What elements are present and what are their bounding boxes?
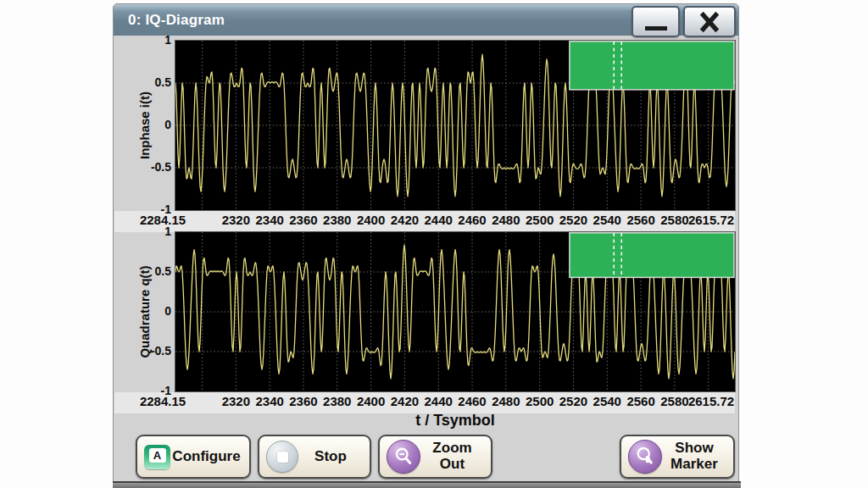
show-marker-icon [628,440,662,474]
x-tick-label: 2440 [425,394,453,408]
close-icon [697,9,722,35]
marker-region[interactable] [570,42,734,90]
letter-a-icon: A [144,445,170,469]
zoom-out-button-label: Zoom Out [420,441,484,472]
titlebar[interactable]: 0: IQ-Diagram [114,4,738,36]
window-title: 0: IQ-Diagram [128,4,225,36]
stop-button[interactable]: Stop [258,435,371,479]
screen: 0: IQ-Diagram Inphase i(t) Quadrature q(… [0,0,868,488]
show-marker-button-label: Show Marker [662,441,726,472]
x-tick-label: 2500 [526,213,554,227]
minimize-icon [645,26,667,30]
zoom-out-button[interactable]: Zoom Out [378,435,492,479]
x-tick-label: 2615.72 [688,213,734,227]
x-tick-label: 2320 [222,213,250,227]
x-tick-label: 2284.15 [140,213,186,227]
x-tick-label: 2520 [559,213,587,227]
x-tick-label: 2480 [492,213,520,227]
close-button[interactable] [683,6,736,37]
configure-button-label: Configure [170,449,242,465]
x-tick-label: 2400 [357,394,385,408]
configure-button[interactable]: A Configure [136,435,251,479]
x-tick-label: 2360 [289,213,317,227]
inphase-waveform-chart [175,41,735,210]
x-axis-title: t / Tsymbol [175,412,735,430]
x-tick-label: 2420 [391,394,419,408]
plot-area-inphase [175,40,736,211]
window-bottom-edge [113,481,741,488]
quadrature-waveform-chart [175,232,735,391]
x-tick-label: 2360 [289,394,317,408]
x-tick-label: 2520 [559,394,587,408]
x-tick-label: 2580 [660,394,688,408]
x-tick-label: 2540 [593,394,621,408]
x-tick-label: 2500 [526,394,554,408]
x-tick-label: 2420 [391,213,419,227]
x-tick-label: 2380 [323,394,351,408]
x-tick-label: 2400 [357,213,385,227]
x-tick-label: 2540 [593,213,621,227]
x-tick-label: 2560 [626,394,654,408]
x-tick-label: 2340 [255,213,283,227]
y-tick-label: 0 [113,118,171,131]
x-tick-label: 2615.72 [688,394,734,408]
x-tick-label: 2440 [425,213,453,227]
zoom-out-icon [387,440,420,474]
y-tick-label: 0.5 [113,264,171,278]
x-tick-label: 2560 [626,213,654,227]
x-tick-label: 2460 [458,394,486,408]
marker-region[interactable] [570,233,734,278]
y-tick-label: 0 [113,304,171,318]
y-tick-label: 0.5 [113,75,171,89]
x-tick-label: 2580 [660,213,688,227]
minimize-button[interactable] [632,6,680,37]
stop-button-label: Stop [298,449,363,465]
y-tick-label: -0.5 [113,344,171,358]
x-tick-label: 2320 [222,394,250,408]
y-tick-label: 1 [113,33,171,47]
show-marker-button[interactable]: Show Marker [620,435,735,479]
plot-area-quadrature [175,231,736,392]
x-tick-label: 2380 [323,213,351,227]
stop-icon [266,441,298,473]
x-tick-label: 2340 [255,394,283,408]
x-tick-label: 2480 [492,394,520,408]
x-tick-label: 2284.15 [140,394,186,408]
x-tick-label: 2460 [458,213,486,227]
y-tick-label: -0.5 [113,160,171,174]
